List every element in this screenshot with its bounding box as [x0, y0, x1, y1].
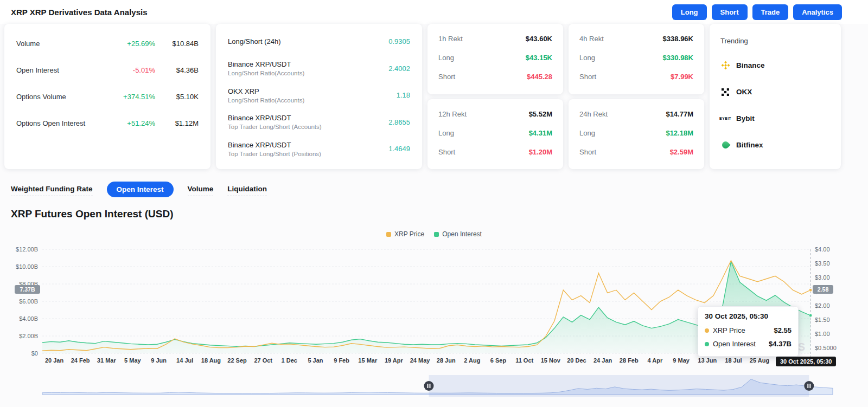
svg-text:$0.5000: $0.5000: [815, 345, 837, 351]
stat-row-open-interest: Open Interest -5.01% $4.36B: [16, 57, 199, 83]
svg-text:14 Jul: 14 Jul: [176, 357, 193, 364]
svg-text:18 Jul: 18 Jul: [725, 357, 742, 364]
trending-item-label: Binance: [736, 61, 765, 69]
chart-navigator[interactable]: [0, 374, 868, 397]
rekt-short-label: Short: [438, 148, 455, 156]
rekt-column-1: 1h Rekt$43.60K Long$43.15K Short$445.28 …: [427, 24, 563, 169]
tab-open-interest[interactable]: Open Interest: [107, 182, 174, 197]
ratio-value: 2.8655: [388, 118, 410, 126]
long-short-ratio-card: Long/Short (24h) 0.9305 Binance XRP/USDT…: [216, 24, 422, 169]
rekt-short-value: $1.20M: [529, 148, 552, 156]
svg-text:15 Nov: 15 Nov: [541, 357, 561, 364]
tooltip-label: XRP Price: [713, 326, 745, 334]
right-axis-crosshair-badge: 2.58: [813, 285, 833, 294]
svg-text:$1.00: $1.00: [815, 331, 830, 337]
svg-text:13 Jun: 13 Jun: [698, 357, 717, 364]
rekt-short-label: Short: [579, 73, 596, 81]
trending-item-label: OKX: [736, 88, 752, 96]
chart-section-title: XRP Futures Open Interest (USD): [11, 208, 868, 221]
rekt-title: 4h Rekt: [579, 35, 604, 43]
chart-legend: XRP Price Open Interest: [0, 221, 868, 242]
ratio-value: 1.4649: [388, 145, 410, 153]
header: XRP XRP Derivatives Data Analysis Long S…: [0, 0, 868, 24]
svg-text:$6.00B: $6.00B: [19, 298, 38, 305]
rekt-card-12h: 12h Rekt$5.52M Long$4.31M Short$1.20M: [427, 99, 563, 170]
rekt-card-4h: 4h Rekt$338.96K Long$330.98K Short$7.99K: [569, 24, 704, 94]
rekt-long-value: $4.31M: [529, 129, 552, 137]
legend-item-xrp-price[interactable]: XRP Price: [386, 230, 424, 238]
nav-handle-left[interactable]: [424, 381, 434, 391]
svg-text:4 Apr: 4 Apr: [648, 357, 663, 364]
rekt-long-value: $12.18M: [666, 129, 693, 137]
rekt-total: $338.96K: [663, 35, 693, 43]
rekt-long-label: Long: [438, 129, 454, 137]
svg-text:$4.00: $4.00: [815, 246, 830, 253]
long-button[interactable]: Long: [672, 4, 707, 20]
svg-text:$2.00B: $2.00B: [19, 333, 38, 339]
trending-item-bitfinex[interactable]: Bitfinex: [720, 132, 830, 158]
tab-liquidation[interactable]: Liquidation: [227, 183, 267, 196]
ratio-row: Binance XRP/USDTTop Trader Long/Short (P…: [228, 135, 410, 163]
trending-item-okx[interactable]: OKX: [720, 79, 830, 105]
rekt-short-label: Short: [438, 73, 455, 81]
svg-text:$1.50: $1.50: [815, 316, 830, 323]
svg-text:31 Mar: 31 Mar: [97, 357, 117, 364]
ratio-sublabel: Long/Short Ratio(Accounts): [228, 97, 397, 104]
navigator-chart[interactable]: [0, 374, 868, 397]
tab-weighted-funding-rate[interactable]: Weighted Funding Rate: [11, 183, 93, 196]
summary-cards-row: Volume +25.69% $10.84B Open Interest -5.…: [0, 24, 868, 169]
svg-text:$3.00: $3.00: [815, 274, 830, 281]
stat-label: Volume: [16, 40, 103, 48]
rekt-short-label: Short: [579, 148, 596, 156]
svg-text:28 Feb: 28 Feb: [620, 357, 639, 364]
svg-text:15 Mar: 15 Mar: [358, 357, 378, 364]
svg-text:24 Jan: 24 Jan: [593, 357, 612, 364]
analytics-button[interactable]: Analytics: [793, 4, 842, 20]
tooltip-row-open-interest: Open Interest $4.37B: [705, 337, 792, 351]
tooltip-row-price: XRP Price $2.55: [705, 324, 792, 337]
trending-item-bybit[interactable]: BYBIT Bybit: [720, 105, 830, 132]
svg-text:5 Jan: 5 Jan: [308, 357, 323, 364]
ratio-row: Binance XRP/USDTTop Trader Long/Short (A…: [228, 109, 410, 136]
ratio-sublabel: Top Trader Long/Short (Positions): [228, 151, 388, 157]
stat-change: -5.01%: [103, 66, 155, 74]
trending-card: Trending Binance: [710, 24, 841, 169]
chart-tabs: Weighted Funding Rate Open Interest Volu…: [11, 180, 868, 198]
short-button[interactable]: Short: [712, 4, 748, 20]
trending-item-binance[interactable]: Binance: [720, 52, 830, 79]
stat-label: Open Interest: [16, 66, 103, 74]
stat-value: $10.84B: [155, 40, 199, 48]
ratio-row: Binance XRP/USDTLong/Short Ratio(Account…: [228, 55, 410, 82]
legend-item-open-interest[interactable]: Open Interest: [434, 230, 482, 238]
ratio-row: OKX XRPLong/Short Ratio(Accounts) 1.18: [228, 82, 410, 109]
rekt-title: 1h Rekt: [438, 35, 463, 43]
svg-text:20 Jan: 20 Jan: [45, 357, 64, 364]
svg-text:19 Apr: 19 Apr: [385, 357, 404, 364]
rekt-total: $43.60K: [526, 35, 552, 43]
legend-label: XRP Price: [394, 230, 424, 238]
ratio-value: 2.4002: [388, 64, 410, 73]
binance-icon: [720, 61, 730, 70]
legend-label: Open Interest: [442, 230, 482, 238]
svg-text:$4.00B: $4.00B: [19, 315, 38, 322]
tooltip-value: $2.55: [774, 326, 792, 334]
svg-text:2.58: 2.58: [818, 286, 829, 293]
ratio-label: Binance XRP/USDT: [228, 141, 388, 149]
svg-text:11 Oct: 11 Oct: [515, 357, 533, 364]
svg-text:9 May: 9 May: [673, 357, 690, 364]
trending-item-label: Bybit: [736, 114, 755, 122]
trade-button[interactable]: Trade: [752, 4, 789, 20]
rekt-short-value: $7.99K: [671, 73, 693, 81]
tab-volume[interactable]: Volume: [188, 183, 214, 196]
rekt-long-label: Long: [579, 54, 595, 62]
rekt-short-value: $2.59M: [670, 148, 693, 156]
svg-text:20 Dec: 20 Dec: [567, 357, 586, 364]
svg-text:9 Feb: 9 Feb: [334, 357, 349, 364]
ratio-label: Binance XRP/USDT: [228, 60, 388, 68]
nav-handle-right[interactable]: [804, 381, 814, 391]
page-title: XRP XRP Derivatives Data Analysis: [11, 8, 148, 17]
open-interest-swatch: [434, 232, 439, 237]
market-stats-card: Volume +25.69% $10.84B Open Interest -5.…: [4, 24, 210, 169]
svg-text:$10.00B: $10.00B: [16, 263, 38, 270]
trending-title: Trending: [720, 29, 830, 52]
